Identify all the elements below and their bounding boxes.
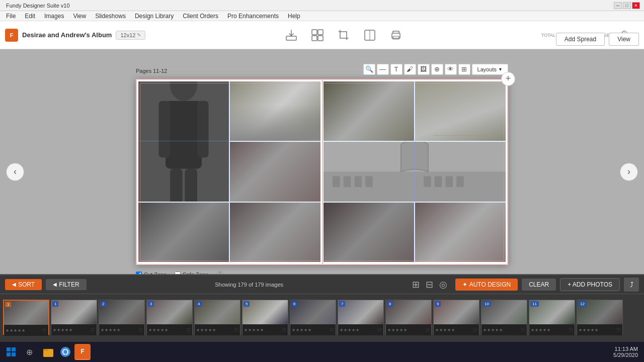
start-button[interactable] [2,343,20,361]
photo-cell[interactable] [230,142,320,202]
rating-stars[interactable]: ★★★★★ [53,328,73,332]
rating-stars[interactable]: ★★★★★ [579,328,599,332]
photo-cell[interactable] [138,203,229,262]
minimize-button[interactable]: ─ [614,2,622,9]
taskbar-file-explorer[interactable] [40,344,56,360]
view-button[interactable]: View [609,33,639,46]
auto-design-button[interactable]: ✦ AUTO DESIGN [455,279,518,291]
favorite-icon[interactable]: ♡ [186,327,191,333]
list-item[interactable]: 7★★★★★♡ [338,300,384,335]
svg-rect-2 [318,30,323,35]
list-item[interactable]: 6★★★★★♡ [290,300,336,335]
list-item[interactable]: 8★★★★★♡ [385,300,432,335]
print-icon[interactable] [389,28,403,42]
list-item[interactable]: 2★★★★★♡ [99,300,145,335]
list-item[interactable]: 1★★★★★♡ [51,300,97,335]
photo-cell[interactable] [324,142,506,202]
favorite-icon[interactable]: ♡ [521,327,525,333]
list-item[interactable]: 3★★★★★♡ [146,300,193,335]
export-icon-button[interactable]: ⤴ [624,278,639,292]
photo-cell[interactable] [324,81,414,141]
menu-view[interactable]: View [69,12,90,21]
rating-stars[interactable]: ★★★★★ [101,328,121,332]
list-item[interactable]: 12★★★★★♡ [577,300,623,335]
list-item[interactable]: 4★★★★★♡ [194,300,240,335]
prev-spread-button[interactable]: ‹ [6,163,24,181]
taskbar-search[interactable]: ⊕ [21,344,37,360]
menu-file[interactable]: File [2,12,20,21]
favorite-icon[interactable]: ♡ [569,327,573,333]
favorite-icon[interactable]: ♡ [425,327,430,333]
menu-edit[interactable]: Edit [21,12,39,21]
grid-tool-button[interactable]: ⊞ [458,64,470,75]
add-photos-button[interactable]: + ADD PHOTOS [560,278,620,291]
favorite-icon[interactable]: ♡ [616,327,621,333]
rating-stars[interactable]: ★★★★★ [292,328,312,332]
list-item[interactable]: 10★★★★★♡ [481,300,527,335]
favorite-icon[interactable]: ♡ [377,327,382,333]
photo-cell[interactable] [415,203,506,262]
menu-client-orders[interactable]: Client Orders [179,12,222,21]
zoom-in-button[interactable]: 🔍 [363,64,375,75]
taskbar-fundy[interactable]: F [74,344,91,360]
menu-pro-enhancements[interactable]: Pro Enhancements [223,12,283,21]
menu-images[interactable]: Images [40,12,68,21]
image-tool-button[interactable]: 🖼 [418,64,430,75]
showing-text: Showing 179 of 179 images [91,282,408,288]
photo-cell[interactable] [230,81,320,141]
rating-stars[interactable]: ★★★★★ [244,328,264,332]
eye-tool-button[interactable]: 👁 [445,64,457,75]
layout-icon[interactable] [310,28,325,42]
pages-icon[interactable] [363,28,377,42]
menu-slideshows[interactable]: Slideshows [91,12,130,21]
filter-arrow-icon: ◀ [53,282,57,287]
photo-cell[interactable] [324,203,414,262]
maximize-button[interactable]: □ [623,2,631,9]
clear-button[interactable]: CLEAR [522,279,556,291]
list-item[interactable]: 11★★★★★♡ [529,300,575,335]
tile-view-icon[interactable]: ⊟ [426,279,433,290]
favorite-icon[interactable]: ♡ [234,327,238,333]
size-badge[interactable]: 12x12 ✎ [116,31,145,40]
favorite-icon[interactable]: ♡ [138,327,143,333]
rating-stars[interactable]: ★★★★★ [531,328,551,332]
sort-mode-icon[interactable]: ◎ [439,279,447,290]
favorite-icon[interactable]: ♡ [42,328,47,333]
layouts-button[interactable]: Layouts ▼ [472,64,508,75]
menu-design-library[interactable]: Design Library [131,12,178,21]
next-spread-button[interactable]: › [620,163,638,181]
add-cell-button[interactable]: + [501,72,515,86]
rating-stars[interactable]: ★★★★★ [148,328,169,332]
crop-icon[interactable] [337,28,351,42]
close-button[interactable]: ✕ [632,2,640,9]
rating-stars[interactable]: ★★★★★ [435,328,455,332]
edit-size-icon[interactable]: ✎ [137,32,141,38]
sort-button[interactable]: ◀ SORT [5,279,42,290]
photo-cell[interactable] [230,203,320,262]
filter-button[interactable]: ◀ FILTER [46,279,86,290]
add-spread-button[interactable]: Add Spread [556,33,605,46]
rating-stars[interactable]: ★★★★★ [340,328,360,332]
favorite-icon[interactable]: ♡ [282,327,286,333]
list-item[interactable]: 5★★★★★♡ [242,300,288,335]
menu-help[interactable]: Help [284,12,304,21]
zoom-out-button[interactable]: — [377,64,389,75]
rating-stars[interactable]: ★★★★★ [6,328,26,333]
rating-stars[interactable]: ★★★★★ [196,328,216,332]
favorite-icon[interactable]: ♡ [330,327,334,333]
svg-rect-19 [344,176,351,188]
grid-view-icon[interactable]: ⊞ [412,279,420,290]
taskbar-chrome[interactable] [57,344,73,360]
rating-stars[interactable]: ★★★★★ [483,328,503,332]
photo-cell[interactable] [138,81,229,202]
list-item[interactable]: 9★★★★★♡ [433,300,479,335]
text-tool-button[interactable]: T [390,64,403,75]
list-item[interactable]: 1★★★★★♡ [3,300,49,335]
photo-cell[interactable] [415,81,506,141]
stamp-tool-button[interactable]: ⊕ [431,64,443,75]
rating-stars[interactable]: ★★★★★ [387,328,408,332]
paint-tool-button[interactable]: 🖌 [404,64,416,75]
favorite-icon[interactable]: ♡ [473,327,477,333]
import-icon[interactable] [284,28,298,42]
favorite-icon[interactable]: ♡ [91,327,95,333]
